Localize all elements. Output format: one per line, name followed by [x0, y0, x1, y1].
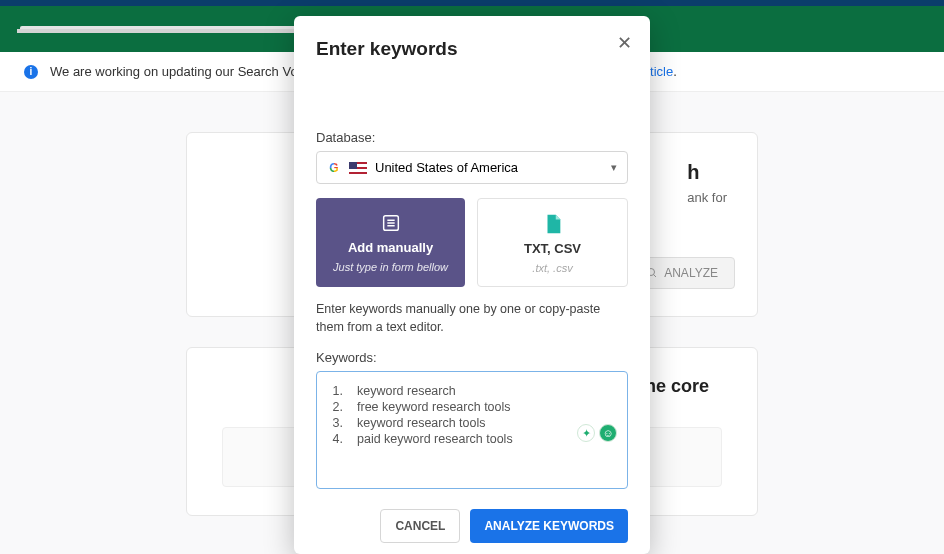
database-select[interactable]: G United States of America ▾ [316, 151, 628, 184]
tab-upload-file[interactable]: TXT, CSV .txt, .csv [477, 198, 628, 287]
us-flag-icon [349, 162, 367, 174]
tab-manual-title: Add manually [348, 240, 433, 255]
grammar-badges: ✦ ☺ [577, 424, 617, 442]
close-icon[interactable]: ✕ [617, 32, 632, 54]
grammar-check-icon[interactable]: ☺ [599, 424, 617, 442]
google-icon: G [327, 161, 341, 175]
keyword-row: 1.keyword research [329, 384, 615, 398]
keyword-text: paid keyword research tools [357, 432, 513, 446]
keyword-text: keyword research [357, 384, 456, 398]
form-icon [380, 212, 402, 234]
instruction-text: Enter keywords manually one by one or co… [316, 301, 628, 336]
tab-file-sub: .txt, .csv [532, 262, 572, 274]
tab-add-manually[interactable]: Add manually Just type in form bellow [316, 198, 465, 287]
keyword-text: free keyword research tools [357, 400, 511, 414]
keywords-label: Keywords: [316, 350, 628, 365]
keywords-textarea[interactable]: 1.keyword research 2.free keyword resear… [316, 371, 628, 489]
modal-title: Enter keywords [316, 38, 628, 60]
keyword-text: keyword research tools [357, 416, 486, 430]
tab-file-title: TXT, CSV [524, 241, 581, 256]
modal-overlay: ✕ Enter keywords Database: G United Stat… [0, 0, 944, 554]
keywords-list: 1.keyword research 2.free keyword resear… [329, 384, 615, 446]
keyword-row: 3.keyword research tools [329, 416, 615, 430]
file-icon [542, 213, 564, 235]
keyword-row: 4.paid keyword research tools [329, 432, 615, 446]
grammar-badge-icon[interactable]: ✦ [577, 424, 595, 442]
enter-keywords-modal: ✕ Enter keywords Database: G United Stat… [294, 16, 650, 554]
cancel-button[interactable]: CANCEL [380, 509, 460, 543]
chevron-down-icon: ▾ [611, 161, 617, 174]
database-value: United States of America [375, 160, 518, 175]
keyword-row: 2.free keyword research tools [329, 400, 615, 414]
tab-manual-sub: Just type in form bellow [333, 261, 448, 273]
database-label: Database: [316, 130, 628, 145]
analyze-keywords-button[interactable]: ANALYZE KEYWORDS [470, 509, 628, 543]
